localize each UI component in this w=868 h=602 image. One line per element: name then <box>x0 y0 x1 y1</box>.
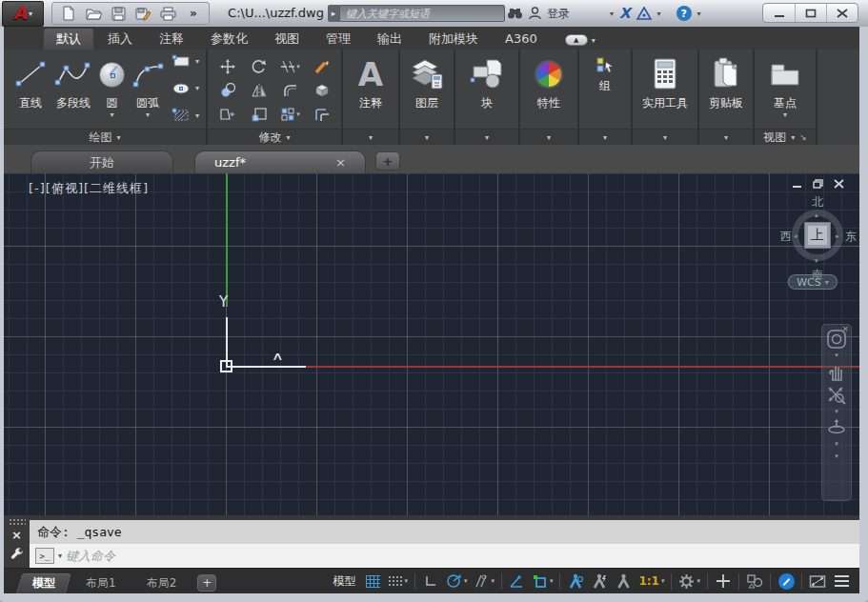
array-caret[interactable]: ▾ <box>296 110 300 118</box>
new-layout-button[interactable]: + <box>197 574 216 592</box>
polar-tracking-button[interactable]: ▾ <box>444 572 470 592</box>
file-tab-close-icon[interactable]: × <box>335 151 346 174</box>
sign-in-button[interactable]: 登录 <box>547 6 570 22</box>
viewcube[interactable]: 北 南 西 东 上 ▴ ▾ ◂ ▸ <box>780 194 857 282</box>
search-go-button[interactable]: ▸ <box>328 5 339 22</box>
ortho-mode-button[interactable] <box>420 572 441 592</box>
new-drawing-tab-button[interactable]: + <box>375 151 400 171</box>
explode-button[interactable] <box>313 83 331 98</box>
block-panel-title[interactable]: ▾ <box>455 129 518 145</box>
scale-caret[interactable]: ▾ <box>661 577 665 585</box>
annotation-visibility-button[interactable] <box>565 572 586 592</box>
block-button[interactable]: 块 <box>465 52 509 113</box>
rectangle-icon[interactable] <box>172 54 192 69</box>
ribbon-tab-parametric[interactable]: 参数化 <box>198 29 260 50</box>
customize-wrench-icon[interactable] <box>10 546 25 561</box>
new-button[interactable] <box>58 4 79 23</box>
graphics-performance-button[interactable] <box>776 572 797 592</box>
auto-annotation-scale-button[interactable] <box>589 572 610 592</box>
layers-button[interactable]: 图层 <box>406 52 448 113</box>
save-button[interactable] <box>108 4 129 23</box>
ribbon-tab-insert[interactable]: 插入 <box>95 29 145 50</box>
autodesk-exchange-icon[interactable]: X <box>619 5 631 22</box>
move-button[interactable] <box>219 59 236 74</box>
viewport-controls-label[interactable]: [-][俯视][二维线框] <box>29 180 149 197</box>
modify-panel-title[interactable]: 修改▾ <box>208 129 341 145</box>
model-space-button[interactable]: 模型 <box>329 572 359 592</box>
ellipse-caret[interactable]: ▾ <box>195 84 199 92</box>
workspace-caret[interactable]: ▾ <box>696 577 700 585</box>
circle-button[interactable]: 圆 ▾ <box>96 52 128 120</box>
qat-more-button[interactable]: » <box>182 4 203 23</box>
zoom-caret[interactable]: ▾ <box>835 409 838 414</box>
navbar-close-icon[interactable]: × <box>841 324 849 333</box>
base-button[interactable]: 基点 ▾ <box>765 52 805 120</box>
dock-grip-icon[interactable] <box>9 518 26 525</box>
utilities-button[interactable]: 实用工具 <box>639 52 691 113</box>
annotation-panel-title[interactable]: ▾ <box>343 129 398 145</box>
array-button[interactable]: ▾ <box>280 107 300 122</box>
annotation-scale-button[interactable] <box>613 572 634 592</box>
isolate-objects-button[interactable] <box>744 572 765 592</box>
navbar-more-caret[interactable]: ▾ <box>835 453 838 459</box>
infocenter-search-input[interactable] <box>339 5 505 22</box>
isometric-drafting-button[interactable]: ▾ <box>472 572 496 592</box>
line-button[interactable]: 直线 <box>10 52 50 113</box>
draw-panel-title[interactable]: 绘图▾ <box>4 129 206 145</box>
drawing-restore-icon[interactable] <box>813 179 823 189</box>
save-as-button[interactable] <box>132 4 153 23</box>
offset-button[interactable] <box>313 107 331 122</box>
snap-mode-button[interactable]: ▾ <box>386 572 410 592</box>
ribbon-minimize-button[interactable]: ▲ <box>565 34 588 46</box>
close-button[interactable] <box>826 4 858 22</box>
ribbon-tab-manage[interactable]: 管理 <box>313 29 363 50</box>
grid-display-button[interactable] <box>362 572 383 592</box>
arc-button[interactable]: 圆弧 ▾ <box>128 52 168 120</box>
plot-button[interactable] <box>157 4 178 23</box>
orbit-caret[interactable]: ▾ <box>835 441 838 447</box>
hatch-caret[interactable]: ▾ <box>195 111 199 120</box>
object-snap-tracking-button[interactable] <box>507 572 528 592</box>
customization-menu-button[interactable] <box>831 572 852 592</box>
layers-panel-title[interactable]: ▾ <box>400 129 454 145</box>
file-tab-start[interactable]: 开始 <box>30 150 173 173</box>
rectangle-caret[interactable]: ▾ <box>195 57 199 66</box>
base-dropdown-caret[interactable]: ▾ <box>783 112 787 118</box>
ribbon-tab-output[interactable]: 输出 <box>365 29 414 50</box>
trim-caret[interactable]: ▾ <box>296 63 300 70</box>
clean-screen-button[interactable] <box>807 572 828 592</box>
minimize-button[interactable] <box>763 4 795 22</box>
zoom-icon[interactable] <box>826 385 847 406</box>
isodraft-caret[interactable]: ▾ <box>491 577 495 585</box>
search-binoculars-icon[interactable] <box>507 8 523 20</box>
sign-in-caret[interactable]: ▾ <box>610 10 614 18</box>
ribbon-tab-home[interactable]: 默认 <box>44 29 93 50</box>
polyline-button[interactable]: 多段线 <box>50 52 96 113</box>
wcs-dropdown[interactable]: WCS ▾ <box>788 274 838 290</box>
steering-wheel-caret[interactable]: ▾ <box>835 352 838 358</box>
help-caret[interactable]: ▾ <box>697 10 701 18</box>
a360-caret[interactable]: ▾ <box>657 10 661 18</box>
recent-commands-button[interactable]: >_ <box>35 548 54 564</box>
ribbon-tab-annotate[interactable]: 注释 <box>147 29 196 50</box>
group-button[interactable]: 组 <box>592 52 618 96</box>
layout-tab-layout2[interactable]: 布局2 <box>131 572 192 593</box>
ribbon-tab-view[interactable]: 视图 <box>262 29 312 50</box>
polar-caret[interactable]: ▾ <box>464 577 468 585</box>
command-close-icon[interactable]: × <box>11 529 22 542</box>
circle-dropdown-caret[interactable]: ▾ <box>110 112 113 118</box>
viewcube-east[interactable]: 东 <box>845 229 857 245</box>
file-tab-drawing[interactable]: uzzf* × <box>194 150 366 173</box>
trim-button[interactable]: ▾ <box>280 59 300 74</box>
mirror-button[interactable] <box>251 83 268 98</box>
scale-button[interactable] <box>251 107 268 122</box>
viewcube-top-face[interactable]: 上 <box>804 222 831 249</box>
drawing-minimize-icon[interactable] <box>792 179 802 189</box>
command-input[interactable] <box>66 547 859 566</box>
drawing-canvas[interactable]: [-][俯视][二维线框] Y ∧ 北 南 西 东 上 ▴ <box>4 173 859 515</box>
clipboard-button[interactable]: 剪贴板 <box>706 52 746 113</box>
drawing-close-icon[interactable] <box>834 179 844 189</box>
snap-caret[interactable]: ▾ <box>404 577 408 585</box>
workspace-switching-button[interactable]: ▾ <box>676 572 702 592</box>
orbit-icon[interactable] <box>826 417 847 438</box>
